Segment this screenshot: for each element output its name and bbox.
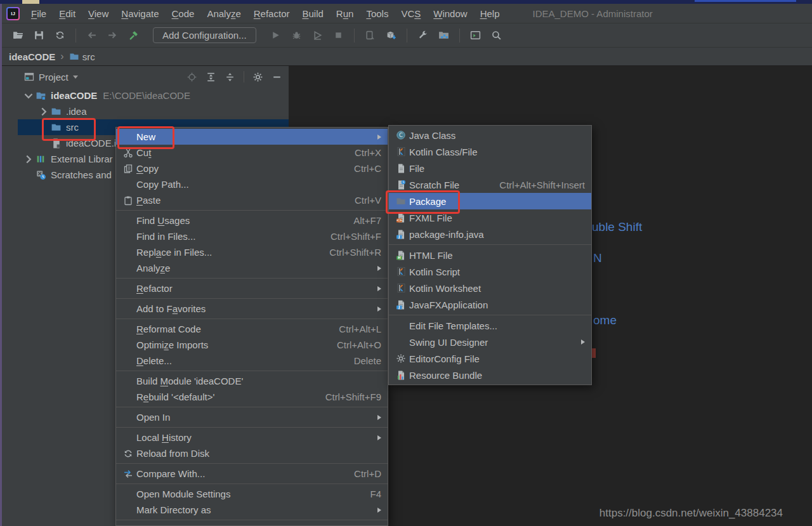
back-arrow-icon[interactable] — [86, 30, 97, 41]
menu-item-remove-bom[interactable]: Remove BOM — [116, 522, 388, 526]
copy-icon — [120, 164, 136, 174]
menu-item-find-usages[interactable]: Find UsagesAlt+F7 — [116, 213, 388, 228]
label: Refactor — [136, 283, 173, 294]
label: Find in Files... — [136, 231, 195, 242]
menu-item-build-module-ideacode[interactable]: Build Module 'ideaCODE' — [116, 373, 388, 389]
save-icon[interactable] — [34, 30, 44, 41]
menu-item-delete[interactable]: Delete...Delete — [116, 353, 388, 369]
menubar-item-build[interactable]: Build — [296, 4, 329, 23]
tree-item-idea[interactable]: .idea — [18, 103, 289, 119]
menu-item-new[interactable]: New — [116, 129, 388, 145]
menu-item-optimize-imports[interactable]: Optimize ImportsCtrl+Alt+O — [116, 337, 388, 353]
menu-item-cut[interactable]: CutCtrl+X — [116, 145, 388, 161]
menubar-item-edit[interactable]: Edit — [53, 4, 82, 23]
menu-item-swing-ui-designer[interactable]: Swing UI Designer — [389, 334, 591, 350]
fxml-file-icon: <> — [393, 213, 409, 223]
label: Help — [480, 8, 500, 19]
menu-item-replace-in-files[interactable]: Replace in Files...Ctrl+Shift+R — [116, 244, 388, 260]
chevron-right-icon[interactable] — [22, 152, 36, 166]
menu-item-java-class[interactable]: CJava Class — [389, 127, 591, 143]
menubar-item-vcs[interactable]: VCS — [395, 4, 427, 23]
menu-item-package[interactable]: Package — [389, 193, 591, 209]
attach-device-icon[interactable] — [365, 30, 376, 41]
menubar-item-view[interactable]: View — [82, 4, 115, 23]
menu-item-kotlin-class-file[interactable]: Kotlin Class/File — [389, 143, 591, 160]
menu-item-kotlin-script[interactable]: Kotlin Script — [389, 263, 591, 280]
chevron-down-icon[interactable] — [22, 89, 36, 103]
menu-item-editorconfig-file[interactable]: EditorConfig File — [389, 350, 591, 367]
menu-item-edit-file-templates[interactable]: Edit File Templates... — [389, 317, 591, 334]
project-structure-icon[interactable] — [438, 30, 449, 41]
menubar-item-file[interactable]: File — [25, 4, 53, 23]
label: Kotlin Class/File — [409, 147, 478, 157]
add-configuration-button[interactable]: Add Configuration... — [153, 27, 256, 43]
terminal-icon[interactable] — [470, 30, 481, 41]
menu-item-compare-with[interactable]: Compare With...Ctrl+D — [116, 466, 388, 482]
project-panel-title[interactable]: Project — [39, 72, 69, 82]
menubar-item-code[interactable]: Code — [166, 4, 201, 23]
forward-arrow-icon[interactable] — [107, 30, 118, 41]
debug-bug-icon[interactable] — [291, 30, 302, 41]
locate-icon[interactable] — [187, 72, 197, 82]
menu-item-copy-path[interactable]: Copy Path... — [116, 176, 388, 192]
html-file-icon: H — [393, 250, 409, 260]
menu-item-package-info-java[interactable]: Jpackage-info.java — [389, 226, 591, 242]
menu-item-open-module-settings[interactable]: Open Module SettingsF4 — [116, 486, 388, 502]
module-file-icon — [51, 138, 62, 148]
svg-text:J: J — [398, 305, 400, 310]
wrench-settings-icon[interactable] — [417, 30, 428, 41]
menu-item-javafxapplication[interactable]: JJavaFXApplication — [389, 296, 591, 313]
window-edge-accent — [0, 4, 2, 526]
menu-item-resource-bundle[interactable]: Resource Bundle — [389, 367, 591, 383]
label: Compare With... — [136, 468, 205, 479]
label: FXML File — [409, 213, 452, 223]
menu-item-rebuild-default[interactable]: Rebuild '<default>'Ctrl+Shift+F9 — [116, 389, 388, 405]
menu-item-reload-from-disk[interactable]: Reload from Disk — [116, 445, 388, 461]
collapse-all-icon[interactable] — [225, 72, 235, 82]
sync-icon[interactable] — [55, 30, 65, 41]
expand-all-icon[interactable] — [206, 72, 216, 82]
menubar-item-analyze[interactable]: Analyze — [200, 4, 247, 23]
menubar-item-refactor[interactable]: Refactor — [247, 4, 296, 23]
scratches-icon — [36, 169, 47, 180]
menu-separator — [389, 244, 591, 245]
menu-item-kotlin-worksheet[interactable]: Kotlin Worksheet — [389, 280, 591, 296]
breadcrumb-item-src[interactable]: src — [82, 51, 95, 62]
paste-icon — [120, 195, 136, 206]
build-hammer-icon[interactable] — [128, 30, 139, 41]
tree-item-label: External Librar — [51, 154, 113, 164]
menu-item-copy[interactable]: CopyCtrl+C — [116, 161, 388, 176]
chevron-right-icon[interactable] — [37, 105, 51, 119]
menubar-item-run[interactable]: Run — [330, 4, 360, 23]
menu-item-mark-directory-as[interactable]: Mark Directory as — [116, 502, 388, 518]
menu-item-html-file[interactable]: HHTML File — [389, 247, 591, 263]
chevron-down-icon[interactable] — [73, 76, 78, 79]
open-folder-icon[interactable] — [13, 30, 23, 41]
menu-item-refactor[interactable]: Refactor — [116, 280, 388, 296]
menubar-item-window[interactable]: Window — [427, 4, 473, 23]
package-download-icon[interactable] — [386, 30, 396, 41]
menubar-item-help[interactable]: Help — [474, 4, 506, 23]
menu-item-scratch-file[interactable]: Scratch FileCtrl+Alt+Shift+Insert — [389, 176, 591, 193]
tree-item-ideacode[interactable]: ideaCODEE:\CODE\ideaCODE — [18, 88, 289, 103]
minimize-icon[interactable] — [272, 72, 282, 82]
menu-item-analyze[interactable]: Analyze — [116, 260, 388, 276]
search-icon[interactable] — [491, 30, 502, 41]
stop-square-icon[interactable] — [333, 30, 344, 41]
menu-item-paste[interactable]: PasteCtrl+V — [116, 192, 388, 208]
menubar-item-tools[interactable]: Tools — [360, 4, 395, 23]
label: Kotlin Script — [409, 266, 460, 277]
menu-item-open-in[interactable]: Open In — [116, 409, 388, 425]
gear-icon[interactable] — [252, 72, 263, 82]
run-play-icon[interactable] — [270, 30, 281, 41]
menu-item-add-to-favorites[interactable]: Add to Favorites — [116, 301, 388, 317]
menu-item-fxml-file[interactable]: <>FXML File — [389, 209, 591, 226]
label: Replace in Files... — [136, 247, 212, 258]
breadcrumb-project[interactable]: ideaCODE — [9, 51, 55, 62]
menubar-item-navigate[interactable]: Navigate — [115, 4, 165, 23]
menu-item-find-in-files[interactable]: Find in Files...Ctrl+Shift+F — [116, 228, 388, 244]
menu-item-local-history[interactable]: Local History — [116, 430, 388, 445]
menu-item-reformat-code[interactable]: Reformat CodeCtrl+Alt+L — [116, 321, 388, 337]
menu-item-file[interactable]: File — [389, 160, 591, 176]
run-coverage-icon[interactable] — [312, 30, 323, 41]
